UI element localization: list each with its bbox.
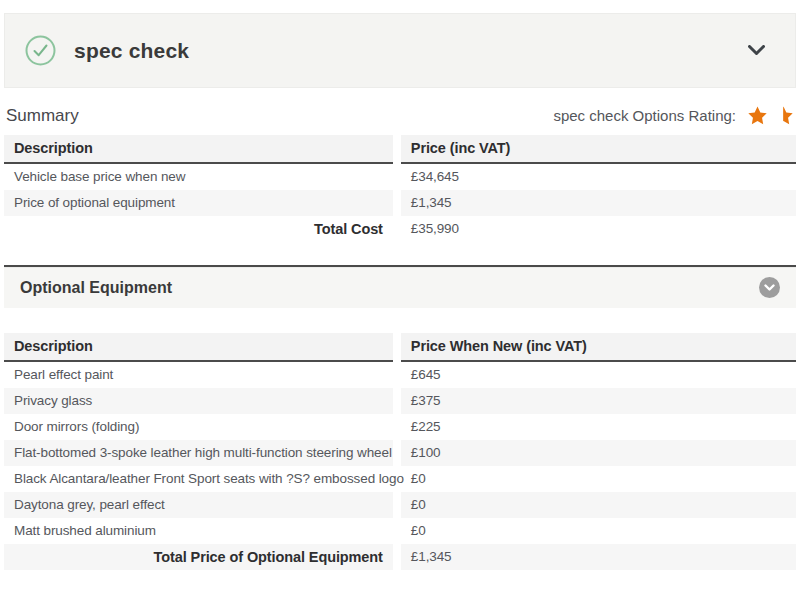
chevron-down-icon[interactable] — [748, 45, 765, 56]
total-label: Total Price of Optional Equipment — [4, 544, 397, 570]
row-description: Privacy glass — [4, 388, 397, 414]
table-row: Vehicle base price when new £34,645 — [4, 163, 796, 190]
summary-bar: Summary spec check Options Rating: — [6, 105, 794, 126]
row-description: Pearl effect paint — [4, 361, 397, 388]
row-description: Flat-bottomed 3-spoke leather high multi… — [4, 440, 397, 466]
optional-equipment-title: Optional Equipment — [20, 279, 172, 297]
table-row: Flat-bottomed 3-spoke leather high multi… — [4, 440, 796, 466]
summary-title: Summary — [6, 106, 79, 126]
table-row: Privacy glass £375 — [4, 388, 796, 414]
row-description: Door mirrors (folding) — [4, 414, 397, 440]
spec-check-header[interactable]: spec check — [4, 13, 796, 88]
row-description: Matt brushed aluminium — [4, 518, 397, 544]
row-description: Vehicle base price when new — [4, 163, 397, 190]
summary-table: Description Price (inc VAT) Vehicle base… — [4, 135, 796, 242]
row-price: £1,345 — [397, 190, 796, 216]
column-header-description: Description — [4, 333, 397, 361]
chevron-down-circle-icon[interactable] — [759, 277, 780, 298]
row-price: £375 — [397, 388, 796, 414]
total-row: Total Cost £35,990 — [4, 216, 796, 242]
row-price: £0 — [397, 466, 796, 492]
total-value: £35,990 — [397, 216, 796, 242]
row-price: £0 — [397, 518, 796, 544]
table-row: Price of optional equipment £1,345 — [4, 190, 796, 216]
row-description: Daytona grey, pearl effect — [4, 492, 397, 518]
column-header-price: Price When New (inc VAT) — [397, 333, 796, 361]
options-rating: spec check Options Rating: — [553, 105, 794, 126]
row-description: Price of optional equipment — [4, 190, 397, 216]
optional-equipment-table: Description Price When New (inc VAT) Pea… — [4, 333, 796, 570]
table-header-row: Description Price (inc VAT) — [4, 135, 796, 163]
column-header-price: Price (inc VAT) — [397, 135, 796, 163]
row-price: £225 — [397, 414, 796, 440]
total-label: Total Cost — [4, 216, 397, 242]
total-value: £1,345 — [397, 544, 796, 570]
table-row: Black Alcantara/leather Front Sport seat… — [4, 466, 796, 492]
panel-title: spec check — [74, 39, 189, 63]
table-row: Pearl effect paint £645 — [4, 361, 796, 388]
check-circle-icon — [25, 35, 56, 66]
row-price: £0 — [397, 492, 796, 518]
spec-check-panel: spec check Summary spec check Options Ra… — [0, 0, 800, 570]
row-price: £645 — [397, 361, 796, 388]
row-price: £100 — [397, 440, 796, 466]
total-row: Total Price of Optional Equipment £1,345 — [4, 544, 796, 570]
rating-label: spec check Options Rating: — [553, 107, 736, 124]
row-description: Black Alcantara/leather Front Sport seat… — [4, 466, 397, 492]
table-header-row: Description Price When New (inc VAT) — [4, 333, 796, 361]
star-half-icon — [773, 105, 794, 126]
star-full-icon — [747, 105, 768, 126]
row-price: £34,645 — [397, 163, 796, 190]
optional-equipment-header[interactable]: Optional Equipment — [4, 265, 796, 308]
table-row: Door mirrors (folding) £225 — [4, 414, 796, 440]
table-row: Daytona grey, pearl effect £0 — [4, 492, 796, 518]
table-row: Matt brushed aluminium £0 — [4, 518, 796, 544]
column-header-description: Description — [4, 135, 397, 163]
